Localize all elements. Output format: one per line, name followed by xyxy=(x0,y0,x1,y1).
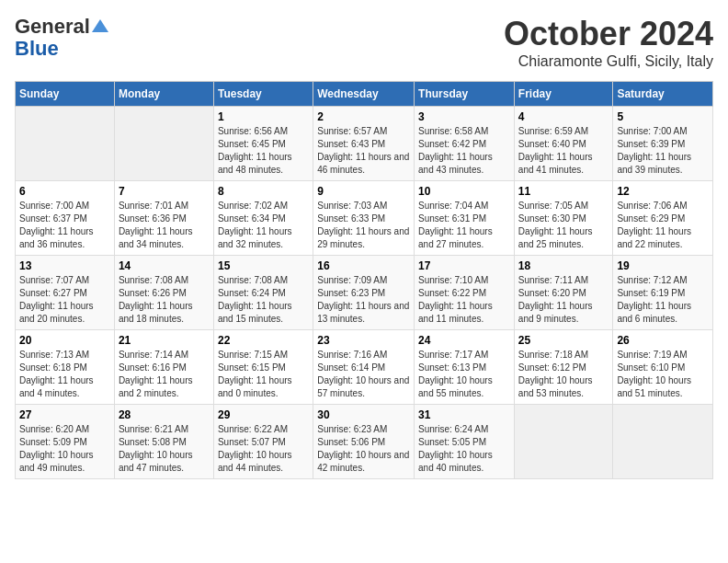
day-number: 7 xyxy=(119,185,210,198)
calendar-cell: 12Sunrise: 7:06 AM Sunset: 6:29 PM Dayli… xyxy=(613,181,713,256)
title-block: October 2024 Chiaramonte Gulfi, Sicily, … xyxy=(504,15,713,70)
calendar-cell xyxy=(613,405,713,479)
header-thursday: Thursday xyxy=(415,82,515,107)
calendar-cell: 29Sunrise: 6:22 AM Sunset: 5:07 PM Dayli… xyxy=(213,405,313,479)
calendar-cell: 19Sunrise: 7:12 AM Sunset: 6:19 PM Dayli… xyxy=(613,256,713,330)
calendar-cell: 5Sunrise: 7:00 AM Sunset: 6:39 PM Daylig… xyxy=(613,107,713,181)
calendar-cell: 9Sunrise: 7:03 AM Sunset: 6:33 PM Daylig… xyxy=(313,181,415,256)
logo-triangle-icon xyxy=(92,17,108,34)
calendar-cell: 1Sunrise: 6:56 AM Sunset: 6:45 PM Daylig… xyxy=(213,107,313,181)
calendar-cell: 6Sunrise: 7:00 AM Sunset: 6:37 PM Daylig… xyxy=(16,181,115,256)
calendar-cell: 28Sunrise: 6:21 AM Sunset: 5:08 PM Dayli… xyxy=(114,405,213,479)
day-info: Sunrise: 6:22 AM Sunset: 5:07 PM Dayligh… xyxy=(218,423,309,475)
day-info: Sunrise: 7:14 AM Sunset: 6:16 PM Dayligh… xyxy=(119,349,210,400)
day-info: Sunrise: 7:08 AM Sunset: 6:24 PM Dayligh… xyxy=(218,274,309,326)
day-number: 30 xyxy=(317,408,410,421)
calendar-cell: 4Sunrise: 6:59 AM Sunset: 6:40 PM Daylig… xyxy=(514,107,613,181)
day-number: 6 xyxy=(19,185,110,198)
day-number: 26 xyxy=(617,334,709,347)
day-info: Sunrise: 7:10 AM Sunset: 6:22 PM Dayligh… xyxy=(418,274,510,326)
header-sunday: Sunday xyxy=(16,82,115,107)
calendar-cell: 24Sunrise: 7:17 AM Sunset: 6:13 PM Dayli… xyxy=(415,330,515,405)
calendar-cell: 30Sunrise: 6:23 AM Sunset: 5:06 PM Dayli… xyxy=(313,405,415,479)
day-number: 4 xyxy=(518,110,609,123)
calendar-cell: 11Sunrise: 7:05 AM Sunset: 6:30 PM Dayli… xyxy=(514,181,613,256)
day-info: Sunrise: 7:06 AM Sunset: 6:29 PM Dayligh… xyxy=(617,200,709,251)
calendar-cell: 27Sunrise: 6:20 AM Sunset: 5:09 PM Dayli… xyxy=(16,405,115,479)
day-info: Sunrise: 7:16 AM Sunset: 6:14 PM Dayligh… xyxy=(317,349,410,400)
day-number: 24 xyxy=(418,334,510,347)
day-number: 10 xyxy=(418,185,510,198)
day-info: Sunrise: 7:07 AM Sunset: 6:27 PM Dayligh… xyxy=(19,274,110,326)
calendar-week-row: 27Sunrise: 6:20 AM Sunset: 5:09 PM Dayli… xyxy=(16,405,713,479)
month-title: October 2024 xyxy=(504,15,713,53)
day-info: Sunrise: 7:03 AM Sunset: 6:33 PM Dayligh… xyxy=(317,200,410,251)
day-number: 17 xyxy=(418,259,510,272)
calendar-cell: 17Sunrise: 7:10 AM Sunset: 6:22 PM Dayli… xyxy=(415,256,515,330)
calendar-week-row: 20Sunrise: 7:13 AM Sunset: 6:18 PM Dayli… xyxy=(16,330,713,405)
day-info: Sunrise: 7:19 AM Sunset: 6:10 PM Dayligh… xyxy=(617,349,709,400)
day-info: Sunrise: 6:59 AM Sunset: 6:40 PM Dayligh… xyxy=(518,125,609,177)
calendar-cell: 2Sunrise: 6:57 AM Sunset: 6:43 PM Daylig… xyxy=(313,107,415,181)
calendar-cell xyxy=(514,405,613,479)
calendar-cell: 3Sunrise: 6:58 AM Sunset: 6:42 PM Daylig… xyxy=(415,107,515,181)
header-monday: Monday xyxy=(114,82,213,107)
day-info: Sunrise: 7:01 AM Sunset: 6:36 PM Dayligh… xyxy=(119,200,210,251)
calendar-cell: 31Sunrise: 6:24 AM Sunset: 5:05 PM Dayli… xyxy=(415,405,515,479)
calendar-cell: 22Sunrise: 7:15 AM Sunset: 6:15 PM Dayli… xyxy=(213,330,313,405)
calendar-cell: 25Sunrise: 7:18 AM Sunset: 6:12 PM Dayli… xyxy=(514,330,613,405)
day-number: 1 xyxy=(218,110,309,123)
day-number: 14 xyxy=(119,259,210,272)
calendar-cell: 21Sunrise: 7:14 AM Sunset: 6:16 PM Dayli… xyxy=(114,330,213,405)
day-number: 23 xyxy=(317,334,410,347)
day-info: Sunrise: 6:58 AM Sunset: 6:42 PM Dayligh… xyxy=(418,125,510,177)
calendar-cell: 7Sunrise: 7:01 AM Sunset: 6:36 PM Daylig… xyxy=(114,181,213,256)
day-info: Sunrise: 7:00 AM Sunset: 6:39 PM Dayligh… xyxy=(617,125,709,177)
day-number: 28 xyxy=(119,408,210,421)
day-number: 15 xyxy=(218,259,309,272)
calendar-cell: 10Sunrise: 7:04 AM Sunset: 6:31 PM Dayli… xyxy=(415,181,515,256)
day-number: 12 xyxy=(617,185,709,198)
page-header: General Blue October 2024 Chiaramonte Gu… xyxy=(15,15,713,70)
day-info: Sunrise: 6:56 AM Sunset: 6:45 PM Dayligh… xyxy=(218,125,309,177)
calendar-week-row: 13Sunrise: 7:07 AM Sunset: 6:27 PM Dayli… xyxy=(16,256,713,330)
calendar-cell: 26Sunrise: 7:19 AM Sunset: 6:10 PM Dayli… xyxy=(613,330,713,405)
day-number: 3 xyxy=(418,110,510,123)
calendar-week-row: 1Sunrise: 6:56 AM Sunset: 6:45 PM Daylig… xyxy=(16,107,713,181)
day-info: Sunrise: 7:00 AM Sunset: 6:37 PM Dayligh… xyxy=(19,200,110,251)
day-info: Sunrise: 7:18 AM Sunset: 6:12 PM Dayligh… xyxy=(518,349,609,400)
day-info: Sunrise: 6:23 AM Sunset: 5:06 PM Dayligh… xyxy=(317,423,410,475)
day-number: 27 xyxy=(19,408,110,421)
day-number: 22 xyxy=(218,334,309,347)
logo: General Blue xyxy=(15,15,108,59)
day-number: 9 xyxy=(317,185,410,198)
day-number: 20 xyxy=(19,334,110,347)
calendar-cell: 20Sunrise: 7:13 AM Sunset: 6:18 PM Dayli… xyxy=(16,330,115,405)
calendar-cell: 14Sunrise: 7:08 AM Sunset: 6:26 PM Dayli… xyxy=(114,256,213,330)
day-number: 29 xyxy=(218,408,309,421)
day-number: 2 xyxy=(317,110,410,123)
calendar-cell: 8Sunrise: 7:02 AM Sunset: 6:34 PM Daylig… xyxy=(213,181,313,256)
day-number: 5 xyxy=(617,110,709,123)
day-number: 19 xyxy=(617,259,709,272)
header-saturday: Saturday xyxy=(613,82,713,107)
header-friday: Friday xyxy=(514,82,613,107)
day-info: Sunrise: 7:17 AM Sunset: 6:13 PM Dayligh… xyxy=(418,349,510,400)
day-number: 8 xyxy=(218,185,309,198)
day-info: Sunrise: 6:24 AM Sunset: 5:05 PM Dayligh… xyxy=(418,423,510,475)
day-info: Sunrise: 7:13 AM Sunset: 6:18 PM Dayligh… xyxy=(19,349,110,400)
day-info: Sunrise: 6:21 AM Sunset: 5:08 PM Dayligh… xyxy=(119,423,210,475)
header-wednesday: Wednesday xyxy=(313,82,415,107)
calendar-cell: 16Sunrise: 7:09 AM Sunset: 6:23 PM Dayli… xyxy=(313,256,415,330)
calendar-cell: 15Sunrise: 7:08 AM Sunset: 6:24 PM Dayli… xyxy=(213,256,313,330)
day-number: 21 xyxy=(119,334,210,347)
day-number: 13 xyxy=(19,259,110,272)
day-info: Sunrise: 7:11 AM Sunset: 6:20 PM Dayligh… xyxy=(518,274,609,326)
day-info: Sunrise: 7:15 AM Sunset: 6:15 PM Dayligh… xyxy=(218,349,309,400)
day-info: Sunrise: 7:12 AM Sunset: 6:19 PM Dayligh… xyxy=(617,274,709,326)
calendar-week-row: 6Sunrise: 7:00 AM Sunset: 6:37 PM Daylig… xyxy=(16,181,713,256)
calendar-cell xyxy=(114,107,213,181)
calendar-cell: 23Sunrise: 7:16 AM Sunset: 6:14 PM Dayli… xyxy=(313,330,415,405)
day-number: 31 xyxy=(418,408,510,421)
day-number: 16 xyxy=(317,259,410,272)
